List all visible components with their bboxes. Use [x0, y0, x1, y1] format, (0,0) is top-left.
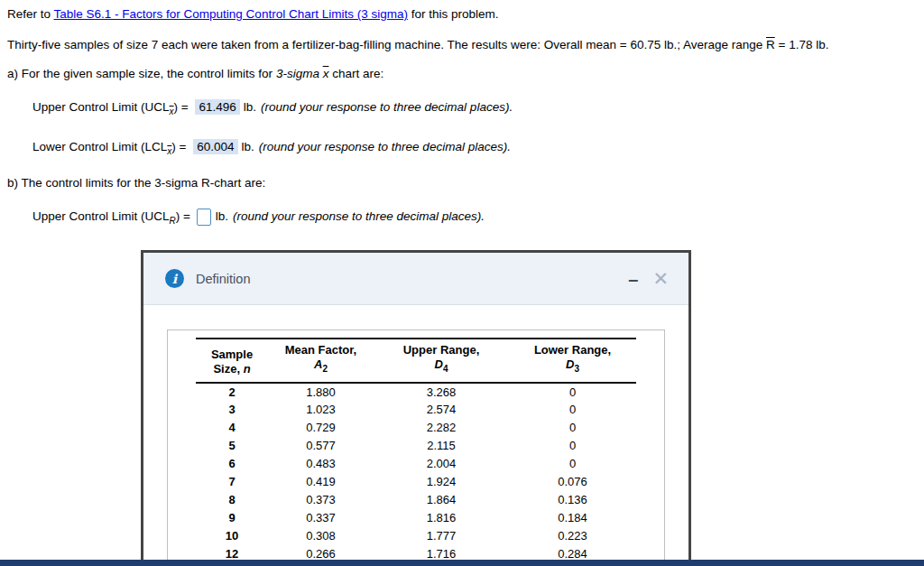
equals-sign: ) = [174, 100, 192, 114]
factors-table-container: Sample Size, n Mean Factor, A2 Upper Ran… [167, 329, 665, 566]
three-sigma-xbar: 3-sigma x [276, 67, 329, 80]
r-bar-symbol: R [766, 38, 775, 51]
table-s61-link[interactable]: Table S6.1 - Factors for Computing Contr… [54, 7, 408, 21]
col-header-mean-factor-a2: Mean Factor, A2 [268, 339, 374, 383]
rounding-note: (round your response to three decimal pl… [233, 209, 485, 223]
table-row: 6 0.483 2.004 0 [196, 455, 636, 473]
table-row: 3 1.023 2.574 0 [196, 401, 636, 419]
table-row: 2 1.880 3.268 0 [196, 383, 636, 401]
table-row: 4 0.729 2.282 0 [196, 419, 636, 437]
col-header-upper-range-d4: Upper Range, D4 [374, 339, 509, 383]
equals-sign: ) = [176, 209, 194, 223]
factors-table: Sample Size, n Mean Factor, A2 Upper Ran… [196, 338, 636, 564]
ucl-r-subscript: R [170, 216, 176, 226]
modal-body: Sample Size, n Mean Factor, A2 Upper Ran… [143, 305, 688, 566]
bottom-taskbar-edge [0, 560, 924, 566]
equals-sign: ) = [171, 140, 189, 153]
table-row: 5 0.577 2.115 0 [196, 437, 636, 455]
refer-suffix: for this problem. [408, 7, 499, 21]
ucl-xbar-line: Upper Control Limit (UCLx) = 61.496lb.(r… [32, 100, 513, 114]
rounding-note: (round your response to three decimal pl… [259, 140, 511, 153]
lcl-xbar-line: Lower Control Limit (LCLx) = 60.004lb.(r… [32, 140, 511, 153]
refer-prefix: Refer to [7, 7, 54, 21]
part-a-intro-text: a) For the given sample size, the contro… [7, 67, 276, 80]
modal-header: i Definition – ✕ [143, 253, 688, 305]
table-row: 10 0.308 1.777 0.223 [196, 527, 636, 545]
ucl-r-line: Upper Control Limit (UCLR) = lb.(round y… [32, 209, 485, 226]
col-header-sample-size: Sample Size, n [196, 339, 268, 383]
info-icon: i [165, 269, 184, 288]
lcl-xbar-answer[interactable]: 60.004 [193, 139, 237, 154]
ucl-r-input[interactable] [197, 209, 211, 226]
definition-modal: i Definition – ✕ Sample Size, n Mean Fac… [141, 250, 691, 566]
part-a-intro-end: chart are: [328, 67, 383, 80]
problem-statement: Thirty-five samples of size 7 each were … [7, 38, 828, 51]
lcl-xbar-label: Lower Control Limit (LCL [32, 140, 167, 153]
ucl-xbar-label: Upper Control Limit (UCL [32, 100, 170, 114]
ucl-xbar-answer[interactable]: 61.496 [195, 99, 239, 115]
minimize-icon[interactable]: – [628, 274, 638, 283]
unit-label: lb. [244, 100, 256, 114]
table-header-row: Sample Size, n Mean Factor, A2 Upper Ran… [196, 339, 636, 383]
ucl-r-label: Upper Control Limit (UCL [32, 209, 170, 223]
part-a-intro: a) For the given sample size, the contro… [7, 67, 383, 80]
modal-controls: – ✕ [628, 269, 669, 288]
table-row: 7 0.419 1.924 0.076 [196, 473, 636, 491]
unit-label: lb. [216, 209, 228, 223]
table-row: 9 0.337 1.816 0.184 [196, 509, 636, 527]
col-header-lower-range-d3: Lower Range, D3 [509, 339, 636, 383]
part-b-intro: b) The control limits for the 3-sigma R-… [7, 176, 265, 190]
refer-line: Refer to Table S6.1 - Factors for Comput… [7, 7, 498, 21]
problem-text-end: = 1.78 lb. [775, 38, 829, 51]
problem-text: Thirty-five samples of size 7 each were … [7, 38, 766, 51]
unit-label: lb. [242, 140, 254, 153]
rounding-note: (round your response to three decimal pl… [261, 100, 513, 114]
close-icon[interactable]: ✕ [652, 269, 669, 288]
table-row: 8 0.373 1.864 0.136 [196, 491, 636, 509]
modal-title: Definition [196, 272, 250, 286]
